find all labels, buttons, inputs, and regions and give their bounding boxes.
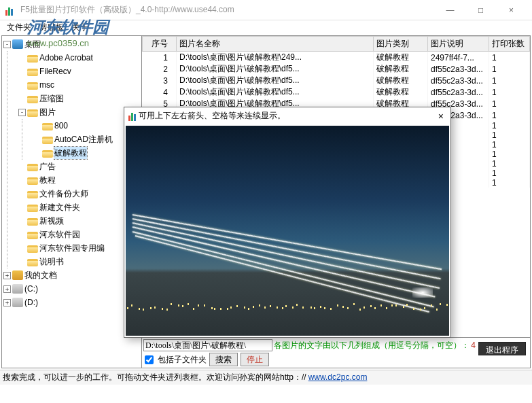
table-row[interactable]: 3D:\tools\桌面\图片\破解教程\df5...破解教程df55c2a3-… xyxy=(143,75,530,86)
tree-item[interactable]: AutoCAD注册机 xyxy=(54,133,113,145)
folder-icon xyxy=(27,205,38,212)
folder-icon xyxy=(27,164,38,171)
tree-item[interactable]: 广告 xyxy=(39,160,56,173)
folder-icon xyxy=(27,82,38,90)
compose-label: 各图片的文字由以下几列组成（用逗号分隔，可空）： xyxy=(274,340,469,351)
folder-tree[interactable]: -桌面 Adobe Acrobat FileRecv msc 压缩图 -图片 8… xyxy=(2,36,142,368)
folder-icon xyxy=(27,109,38,117)
status-link[interactable]: www.dc2pc.com xyxy=(308,372,368,382)
folder-icon xyxy=(27,177,38,185)
th-description[interactable]: 图片说明 xyxy=(428,37,489,52)
tree-item[interactable]: 文件备份大师 xyxy=(39,188,88,200)
th-name[interactable]: 图片名全称 xyxy=(177,37,374,52)
status-bar: 搜索完成，可以进一步的工作。可拖动文件夹进列表框。欢迎访问孙宾的网站http：/… xyxy=(0,370,532,385)
tree-desktop[interactable]: 桌面 xyxy=(24,38,41,50)
documents-icon xyxy=(12,270,23,280)
tree-item[interactable]: msc xyxy=(39,79,54,91)
folder-icon xyxy=(27,69,38,76)
tree-drive-d[interactable]: (D:) xyxy=(24,296,38,309)
tree-item[interactable]: FileRecv xyxy=(39,65,71,77)
dialog-icon xyxy=(128,111,136,121)
tree-item[interactable]: 说明书 xyxy=(39,256,64,268)
tree-item[interactable]: 新视频 xyxy=(39,215,64,227)
folder-icon xyxy=(27,191,38,198)
status-text: 搜索完成，可以进一步的工作。可拖动文件夹进列表框。欢迎访问孙宾的网站http：/… xyxy=(3,372,306,382)
path-input[interactable] xyxy=(143,339,272,351)
tree-item-selected[interactable]: 破解教程 xyxy=(54,147,87,159)
maximize-button[interactable]: □ xyxy=(465,0,496,20)
th-index[interactable]: 序号 xyxy=(143,37,177,52)
folder-icon xyxy=(27,55,38,63)
minimize-button[interactable]: — xyxy=(435,0,465,20)
tree-item[interactable]: 压缩图 xyxy=(39,92,64,105)
include-subfolders-checkbox[interactable] xyxy=(145,355,154,364)
close-button[interactable]: × xyxy=(496,0,527,20)
menubar: 文件夹 剪贴板 关于 xyxy=(0,20,532,34)
search-button[interactable]: 搜索 xyxy=(209,353,238,366)
stop-button[interactable]: 停止 xyxy=(241,353,269,366)
menu-clipboard[interactable]: 剪贴板 xyxy=(37,20,67,34)
folder-icon xyxy=(27,245,38,253)
tree-item[interactable]: 教程 xyxy=(39,174,56,186)
folder-icon xyxy=(42,150,53,158)
bottom-bar: 各图片的文字由以下几列组成（用逗号分隔，可空）： 4 包括子文件夹 搜索 停止 … xyxy=(142,337,530,368)
desktop-icon xyxy=(12,39,23,49)
preview-close-button[interactable]: × xyxy=(436,111,446,122)
drive-icon xyxy=(12,298,23,307)
folder-icon xyxy=(27,96,38,103)
th-count[interactable]: 打印张数 xyxy=(489,37,530,52)
tree-item[interactable]: 新建文件夹 xyxy=(39,201,80,213)
tree-mydocs[interactable]: 我的文档 xyxy=(24,269,57,281)
tree-item[interactable]: Adobe Acrobat xyxy=(39,52,93,64)
window-title: F5批量图片打印软件（高级版）_4.0-http://www.use44.com xyxy=(20,4,435,16)
titlebar: F5批量图片打印软件（高级版）_4.0-http://www.use44.com… xyxy=(0,0,532,20)
th-category[interactable]: 图片类别 xyxy=(374,37,428,52)
menu-file[interactable]: 文件夹 xyxy=(4,20,34,34)
tree-drive-c[interactable]: (C:) xyxy=(24,283,38,295)
table-row[interactable]: 2D:\tools\桌面\图片\破解教程\df5...破解教程df55c2a3-… xyxy=(143,63,530,75)
table-row[interactable]: 1D:\tools\桌面\图片\破解教程\249...破解教程2497ff4f-… xyxy=(143,52,530,64)
tree-item[interactable]: 800 xyxy=(54,120,68,132)
menu-about[interactable]: 关于 xyxy=(69,20,91,34)
folder-icon xyxy=(27,232,38,239)
compose-value: 4 xyxy=(471,340,476,350)
tree-item[interactable]: 河东软件园 xyxy=(39,228,80,241)
app-icon xyxy=(5,5,16,16)
exit-button[interactable]: 退出程序 xyxy=(478,342,526,355)
drive-icon xyxy=(12,284,23,294)
folder-icon xyxy=(27,259,38,266)
tree-item[interactable]: 河东软件园专用编 xyxy=(39,242,105,254)
folder-icon xyxy=(42,123,53,130)
tree-item[interactable]: 图片 xyxy=(39,106,56,118)
folder-icon xyxy=(42,137,53,144)
include-subfolders-label: 包括子文件夹 xyxy=(158,354,207,366)
preview-image xyxy=(126,126,449,336)
folder-icon xyxy=(27,218,38,226)
preview-dialog[interactable]: 可用上下左右箭头、空格等来连续显示。 × xyxy=(124,107,451,338)
table-row[interactable]: 4D:\tools\桌面\图片\破解教程\df5...破解教程df55c2a3-… xyxy=(143,86,530,98)
preview-title: 可用上下左右箭头、空格等来连续显示。 xyxy=(139,110,433,122)
